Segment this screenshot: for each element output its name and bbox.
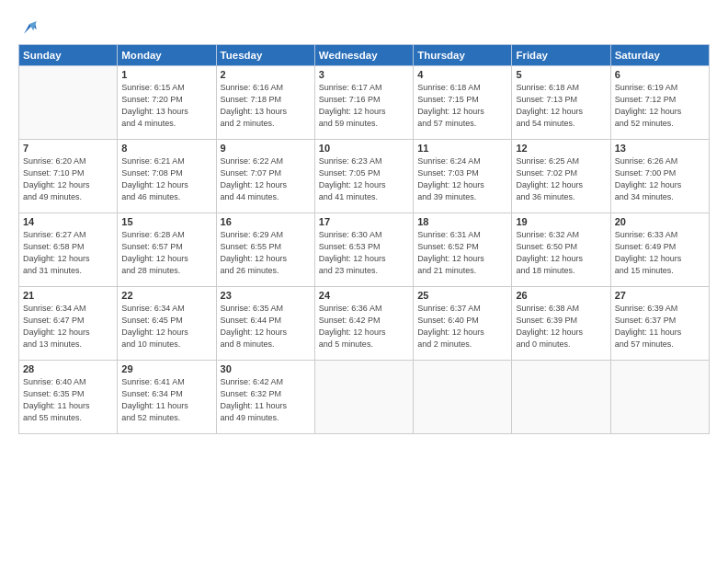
weekday-header: Wednesday	[314, 45, 413, 66]
calendar-cell: 30Sunrise: 6:42 AMSunset: 6:32 PMDayligh…	[216, 361, 314, 434]
calendar-cell: 24Sunrise: 6:36 AMSunset: 6:42 PMDayligh…	[314, 287, 413, 361]
day-info: Sunrise: 6:38 AMSunset: 6:39 PMDaylight:…	[516, 303, 606, 350]
calendar-cell: 26Sunrise: 6:38 AMSunset: 6:39 PMDayligh…	[512, 287, 610, 361]
day-number: 3	[319, 69, 409, 80]
calendar-cell: 12Sunrise: 6:25 AMSunset: 7:02 PMDayligh…	[512, 140, 610, 213]
day-info: Sunrise: 6:20 AMSunset: 7:10 PMDaylight:…	[23, 155, 113, 203]
day-info: Sunrise: 6:41 AMSunset: 6:34 PMDaylight:…	[121, 376, 211, 424]
day-info: Sunrise: 6:42 AMSunset: 6:32 PMDaylight:…	[221, 376, 311, 424]
day-number: 9	[221, 143, 311, 154]
day-number: 20	[615, 216, 705, 227]
calendar-cell: 28Sunrise: 6:40 AMSunset: 6:35 PMDayligh…	[19, 361, 118, 434]
day-info: Sunrise: 6:28 AMSunset: 6:57 PMDaylight:…	[121, 229, 211, 277]
day-info: Sunrise: 6:26 AMSunset: 7:00 PMDaylight:…	[615, 155, 705, 203]
calendar-cell	[314, 361, 413, 434]
day-info: Sunrise: 6:40 AMSunset: 6:35 PMDaylight:…	[23, 376, 113, 424]
weekday-header: Monday	[118, 45, 216, 66]
day-info: Sunrise: 6:37 AMSunset: 6:40 PMDaylight:…	[417, 303, 507, 350]
day-number: 12	[516, 143, 606, 154]
calendar-week-row: 14Sunrise: 6:27 AMSunset: 6:58 PMDayligh…	[19, 213, 710, 287]
calendar-cell	[19, 66, 118, 140]
calendar-cell: 27Sunrise: 6:39 AMSunset: 6:37 PMDayligh…	[610, 287, 709, 361]
calendar-cell: 5Sunrise: 6:18 AMSunset: 7:13 PMDaylight…	[512, 66, 610, 140]
day-info: Sunrise: 6:17 AMSunset: 7:16 PMDaylight:…	[319, 82, 409, 130]
calendar-week-row: 1Sunrise: 6:15 AMSunset: 7:20 PMDaylight…	[19, 66, 710, 140]
calendar-cell: 10Sunrise: 6:23 AMSunset: 7:05 PMDayligh…	[314, 140, 413, 213]
day-info: Sunrise: 6:24 AMSunset: 7:03 PMDaylight:…	[417, 155, 507, 203]
day-number: 1	[121, 69, 211, 80]
page-header	[18, 17, 710, 35]
day-number: 8	[121, 143, 211, 154]
day-number: 29	[121, 363, 211, 374]
calendar-cell: 9Sunrise: 6:22 AMSunset: 7:07 PMDaylight…	[216, 140, 314, 213]
weekday-header: Friday	[512, 45, 610, 66]
day-info: Sunrise: 6:25 AMSunset: 7:02 PMDaylight:…	[516, 155, 606, 203]
day-number: 13	[615, 143, 705, 154]
day-info: Sunrise: 6:18 AMSunset: 7:13 PMDaylight:…	[516, 82, 606, 130]
day-info: Sunrise: 6:35 AMSunset: 6:44 PMDaylight:…	[221, 303, 311, 350]
day-number: 19	[516, 216, 606, 227]
day-info: Sunrise: 6:23 AMSunset: 7:05 PMDaylight:…	[319, 155, 409, 203]
calendar-cell: 13Sunrise: 6:26 AMSunset: 7:00 PMDayligh…	[610, 140, 709, 213]
calendar-cell: 25Sunrise: 6:37 AMSunset: 6:40 PMDayligh…	[414, 287, 512, 361]
day-number: 27	[615, 290, 705, 301]
calendar-cell: 8Sunrise: 6:21 AMSunset: 7:08 PMDaylight…	[118, 140, 216, 213]
weekday-header: Thursday	[414, 45, 512, 66]
day-number: 4	[417, 69, 507, 80]
calendar-cell: 22Sunrise: 6:34 AMSunset: 6:45 PMDayligh…	[118, 287, 216, 361]
logo	[18, 17, 38, 35]
day-number: 2	[221, 69, 311, 80]
calendar-week-row: 21Sunrise: 6:34 AMSunset: 6:47 PMDayligh…	[19, 287, 710, 361]
calendar-week-row: 7Sunrise: 6:20 AMSunset: 7:10 PMDaylight…	[19, 140, 710, 213]
calendar-cell: 20Sunrise: 6:33 AMSunset: 6:49 PMDayligh…	[610, 213, 709, 287]
calendar-cell: 1Sunrise: 6:15 AMSunset: 7:20 PMDaylight…	[118, 66, 216, 140]
calendar-cell: 14Sunrise: 6:27 AMSunset: 6:58 PMDayligh…	[19, 213, 118, 287]
calendar-cell	[414, 361, 512, 434]
day-info: Sunrise: 6:31 AMSunset: 6:52 PMDaylight:…	[417, 229, 507, 277]
calendar-cell: 11Sunrise: 6:24 AMSunset: 7:03 PMDayligh…	[414, 140, 512, 213]
weekday-header: Tuesday	[216, 45, 314, 66]
calendar-cell: 3Sunrise: 6:17 AMSunset: 7:16 PMDaylight…	[314, 66, 413, 140]
day-info: Sunrise: 6:39 AMSunset: 6:37 PMDaylight:…	[615, 303, 705, 350]
day-info: Sunrise: 6:34 AMSunset: 6:47 PMDaylight:…	[23, 303, 113, 350]
calendar-cell	[512, 361, 610, 434]
day-info: Sunrise: 6:15 AMSunset: 7:20 PMDaylight:…	[121, 82, 211, 130]
calendar-cell: 7Sunrise: 6:20 AMSunset: 7:10 PMDaylight…	[19, 140, 118, 213]
day-info: Sunrise: 6:18 AMSunset: 7:15 PMDaylight:…	[417, 82, 507, 130]
calendar-cell	[610, 361, 709, 434]
day-info: Sunrise: 6:36 AMSunset: 6:42 PMDaylight:…	[319, 303, 409, 350]
day-number: 26	[516, 290, 606, 301]
day-info: Sunrise: 6:21 AMSunset: 7:08 PMDaylight:…	[121, 155, 211, 203]
day-number: 23	[221, 290, 311, 301]
calendar-cell: 16Sunrise: 6:29 AMSunset: 6:55 PMDayligh…	[216, 213, 314, 287]
calendar-week-row: 28Sunrise: 6:40 AMSunset: 6:35 PMDayligh…	[19, 361, 710, 434]
day-info: Sunrise: 6:32 AMSunset: 6:50 PMDaylight:…	[516, 229, 606, 277]
day-number: 14	[23, 216, 113, 227]
day-number: 16	[221, 216, 311, 227]
day-number: 28	[23, 363, 113, 374]
calendar-cell: 18Sunrise: 6:31 AMSunset: 6:52 PMDayligh…	[414, 213, 512, 287]
calendar-cell: 21Sunrise: 6:34 AMSunset: 6:47 PMDayligh…	[19, 287, 118, 361]
calendar-table: SundayMondayTuesdayWednesdayThursdayFrid…	[18, 44, 710, 434]
day-number: 22	[121, 290, 211, 301]
day-number: 30	[221, 363, 311, 374]
day-number: 25	[417, 290, 507, 301]
day-info: Sunrise: 6:33 AMSunset: 6:49 PMDaylight:…	[615, 229, 705, 277]
calendar-cell: 2Sunrise: 6:16 AMSunset: 7:18 PMDaylight…	[216, 66, 314, 140]
day-number: 15	[121, 216, 211, 227]
day-number: 7	[23, 143, 113, 154]
day-number: 17	[319, 216, 409, 227]
day-number: 6	[615, 69, 705, 80]
day-number: 11	[417, 143, 507, 154]
day-info: Sunrise: 6:19 AMSunset: 7:12 PMDaylight:…	[615, 82, 705, 130]
day-info: Sunrise: 6:30 AMSunset: 6:53 PMDaylight:…	[319, 229, 409, 277]
day-number: 21	[23, 290, 113, 301]
day-number: 24	[319, 290, 409, 301]
day-info: Sunrise: 6:27 AMSunset: 6:58 PMDaylight:…	[23, 229, 113, 277]
weekday-header: Saturday	[610, 45, 709, 66]
calendar-cell: 19Sunrise: 6:32 AMSunset: 6:50 PMDayligh…	[512, 213, 610, 287]
calendar-cell: 23Sunrise: 6:35 AMSunset: 6:44 PMDayligh…	[216, 287, 314, 361]
calendar-cell: 15Sunrise: 6:28 AMSunset: 6:57 PMDayligh…	[118, 213, 216, 287]
calendar-cell: 6Sunrise: 6:19 AMSunset: 7:12 PMDaylight…	[610, 66, 709, 140]
weekday-header: Sunday	[19, 45, 118, 66]
